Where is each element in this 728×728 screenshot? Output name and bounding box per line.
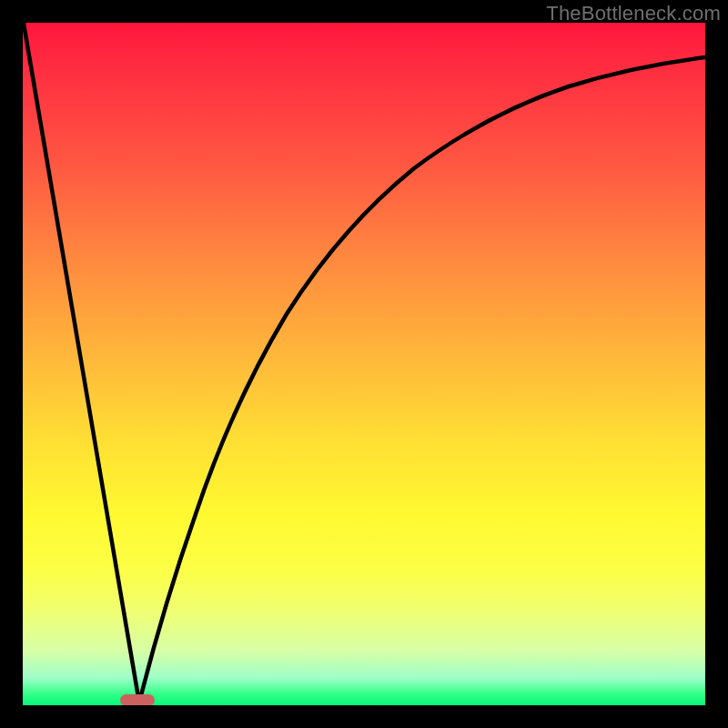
optimum-marker: [120, 694, 155, 705]
watermark-text: TheBottleneck.com: [546, 2, 721, 25]
plot-area: [23, 23, 705, 705]
left-line: [23, 23, 139, 703]
right-curve: [139, 57, 705, 703]
curve-overlay: [23, 23, 705, 705]
chart-canvas: TheBottleneck.com: [0, 0, 728, 728]
